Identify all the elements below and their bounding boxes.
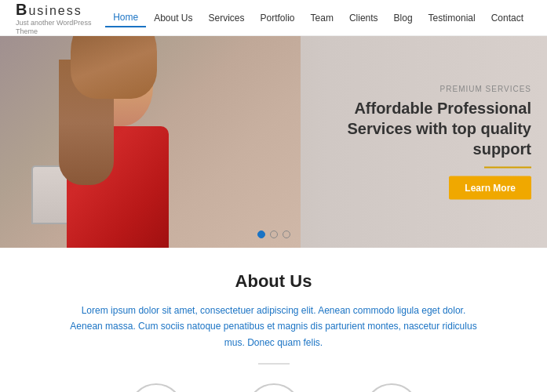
about-text-link[interactable]: Lorem ipsum dolor sit amet, consectetuer… <box>70 305 476 348</box>
logo: Business Just another WordPress Theme <box>16 0 105 35</box>
nav-testimonial[interactable]: Testimonial <box>421 9 483 27</box>
hero-premium-label: PREMIUM SERVICES <box>327 85 531 93</box>
nav-about[interactable]: About Us <box>146 9 200 27</box>
nav-portfolio[interactable]: Portfolio <box>253 9 303 27</box>
hero-learn-more-button[interactable]: Learn More <box>449 176 531 200</box>
hero-dots <box>257 230 290 238</box>
hero-divider <box>484 167 531 169</box>
hero-title: Affordable Professional Services with to… <box>327 98 531 159</box>
nav-home[interactable]: Home <box>105 9 146 27</box>
about-section: About Us Lorem ipsum dolor sit amet, con… <box>0 248 547 392</box>
hero-image <box>0 36 301 248</box>
hero-dot-3[interactable] <box>283 230 290 238</box>
main-nav: Home About Us Services Portfolio Team Cl… <box>105 9 531 27</box>
hero-content: PREMIUM SERVICES Affordable Professional… <box>327 85 531 200</box>
speedometer-icon-circle[interactable] <box>129 383 184 392</box>
nav-blog[interactable]: Blog <box>386 9 421 27</box>
hero-section: PREMIUM SERVICES Affordable Professional… <box>0 36 547 248</box>
logo-title: Business <box>16 0 105 19</box>
nav-team[interactable]: Team <box>303 9 341 27</box>
about-divider <box>258 363 290 365</box>
hero-dot-2[interactable] <box>270 230 278 238</box>
logo-subtitle: Just another WordPress Theme <box>16 19 105 36</box>
icons-row <box>16 383 531 392</box>
nav-contact[interactable]: Contact <box>483 9 531 27</box>
about-text: Lorem ipsum dolor sit amet, consectetuer… <box>70 303 478 350</box>
person-hair <box>71 36 157 99</box>
logo-b: B <box>16 1 28 18</box>
nav-clients[interactable]: Clients <box>341 9 386 27</box>
sliders-icon-circle[interactable] <box>246 383 301 392</box>
header: Business Just another WordPress Theme Ho… <box>0 0 547 36</box>
gears-icon-circle[interactable] <box>364 383 419 392</box>
hero-dot-1[interactable] <box>257 230 265 238</box>
about-title: About Us <box>16 271 531 292</box>
nav-services[interactable]: Services <box>201 9 253 27</box>
